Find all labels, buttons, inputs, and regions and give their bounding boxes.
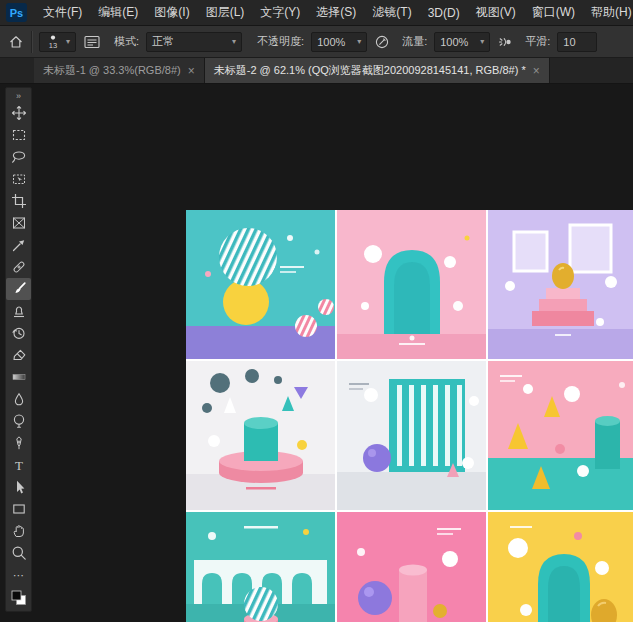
color-swatches[interactable] <box>6 586 31 610</box>
chevron-down-icon: ▾ <box>66 38 70 46</box>
artwork-cell-1 <box>186 210 335 359</box>
artwork-cell-3 <box>488 210 633 359</box>
menu-3d[interactable]: 3D(D) <box>420 0 468 26</box>
document-tab-bar: 未标题-1 @ 33.3%(RGB/8#) × 未标题-2 @ 62.1% (Q… <box>0 58 633 84</box>
svg-text:13: 13 <box>49 41 57 50</box>
opacity-value: 100% <box>317 36 345 48</box>
brush-tip-preview-icon: 13 <box>45 33 61 50</box>
menu-bar: Ps 文件(F) 编辑(E) 图像(I) 图层(L) 文字(Y) 选择(S) 滤… <box>0 0 633 26</box>
flow-label: 流量: <box>402 34 427 49</box>
document-canvas[interactable] <box>186 210 633 622</box>
object-selection-icon <box>11 171 27 187</box>
artwork-cell-2 <box>337 210 486 359</box>
tool-eyedropper[interactable] <box>6 234 31 256</box>
tool-pen[interactable] <box>6 432 31 454</box>
tool-rectangle-shape[interactable] <box>6 498 31 520</box>
brush-icon <box>11 281 27 297</box>
smoothing-value: 10 <box>563 36 575 48</box>
tool-spot-healing-brush[interactable] <box>6 256 31 278</box>
tab-untitled-1[interactable]: 未标题-1 @ 33.3%(RGB/8#) × <box>34 58 205 83</box>
pen-icon <box>11 435 27 451</box>
separator <box>31 31 32 53</box>
clone-stamp-icon <box>11 303 27 319</box>
opacity-dropdown[interactable]: 100% ▾ <box>311 32 367 52</box>
artwork-cell-4 <box>186 361 335 510</box>
tool-move[interactable] <box>6 102 31 124</box>
pressure-opacity-icon[interactable] <box>374 34 391 50</box>
collapse-toolbar-button[interactable]: » <box>6 89 31 102</box>
foreground-background-swatch-icon <box>11 590 27 606</box>
tool-type[interactable]: T <box>6 454 31 476</box>
path-selection-arrow-icon <box>11 479 27 495</box>
history-brush-icon <box>11 325 27 341</box>
chevron-down-icon: ▾ <box>480 38 484 46</box>
menu-edit[interactable]: 编辑(E) <box>90 0 146 26</box>
tool-hand[interactable] <box>6 520 31 542</box>
tool-path-selection[interactable] <box>6 476 31 498</box>
lasso-icon <box>11 149 27 165</box>
artwork-cell-9 <box>488 512 633 622</box>
workspace: » <box>0 84 633 622</box>
flow-value: 100% <box>440 36 468 48</box>
tools-palette: » <box>5 87 32 612</box>
gradient-icon <box>11 369 27 385</box>
tool-zoom[interactable] <box>6 542 31 564</box>
tool-crop[interactable] <box>6 190 31 212</box>
tool-gradient[interactable] <box>6 366 31 388</box>
tab-untitled-2[interactable]: 未标题-2 @ 62.1% (QQ浏览器截图20200928145141, RG… <box>205 58 550 83</box>
smoothing-label: 平滑: <box>525 34 550 49</box>
mode-label: 模式: <box>114 34 139 49</box>
menu-view[interactable]: 视图(V) <box>468 0 524 26</box>
home-icon[interactable] <box>8 34 24 50</box>
brush-preset-picker[interactable]: 13 ▾ <box>39 32 76 52</box>
brush-settings-panel-icon[interactable] <box>83 34 101 50</box>
move-icon <box>11 105 27 121</box>
chevron-down-icon: ▾ <box>357 38 361 46</box>
healing-brush-icon <box>11 259 27 275</box>
tool-lasso[interactable] <box>6 146 31 168</box>
tab-title: 未标题-2 @ 62.1% (QQ浏览器截图20200928145141, RG… <box>214 63 526 78</box>
tool-object-selection[interactable] <box>6 168 31 190</box>
menu-window[interactable]: 窗口(W) <box>524 0 583 26</box>
menu-select[interactable]: 选择(S) <box>308 0 364 26</box>
opacity-label: 不透明度: <box>257 34 304 49</box>
airbrush-icon[interactable] <box>497 34 514 50</box>
menu-help[interactable]: 帮助(H) <box>583 0 633 26</box>
artwork-cell-6 <box>488 361 633 510</box>
mode-dropdown[interactable]: 正常 ▾ <box>146 32 242 52</box>
menu-filter[interactable]: 滤镜(T) <box>364 0 419 26</box>
blur-drop-icon <box>11 391 27 407</box>
dodge-icon <box>11 413 27 429</box>
smoothing-field[interactable]: 10 <box>557 32 597 52</box>
menu-file[interactable]: 文件(F) <box>35 0 90 26</box>
svg-text:T: T <box>15 458 23 473</box>
marquee-icon <box>11 127 27 143</box>
edit-toolbar-button[interactable]: ⋯ <box>6 564 31 586</box>
hand-icon <box>11 523 27 539</box>
artwork-cell-5 <box>337 361 486 510</box>
flow-dropdown[interactable]: 100% ▾ <box>434 32 490 52</box>
tool-history-brush[interactable] <box>6 322 31 344</box>
tool-brush[interactable] <box>6 278 31 300</box>
menu-image[interactable]: 图像(I) <box>146 0 197 26</box>
menu-type[interactable]: 文字(Y) <box>252 0 308 26</box>
artwork-cell-7 <box>186 512 335 622</box>
mode-value: 正常 <box>152 34 174 49</box>
type-icon: T <box>11 457 27 473</box>
artwork-cell-8 <box>337 512 486 622</box>
eraser-icon <box>11 347 27 363</box>
tool-dodge[interactable] <box>6 410 31 432</box>
close-icon[interactable]: × <box>533 64 540 78</box>
tool-blur[interactable] <box>6 388 31 410</box>
tool-frame[interactable] <box>6 212 31 234</box>
tab-title: 未标题-1 @ 33.3%(RGB/8#) <box>43 63 181 78</box>
tool-clone-stamp[interactable] <box>6 300 31 322</box>
tool-eraser[interactable] <box>6 344 31 366</box>
photoshop-logo: Ps <box>6 3 27 22</box>
tool-rectangular-marquee[interactable] <box>6 124 31 146</box>
eyedropper-icon <box>11 237 27 253</box>
rectangle-shape-icon <box>11 501 27 517</box>
chevron-down-icon: ▾ <box>232 38 236 46</box>
close-icon[interactable]: × <box>188 64 195 78</box>
menu-layer[interactable]: 图层(L) <box>198 0 253 26</box>
